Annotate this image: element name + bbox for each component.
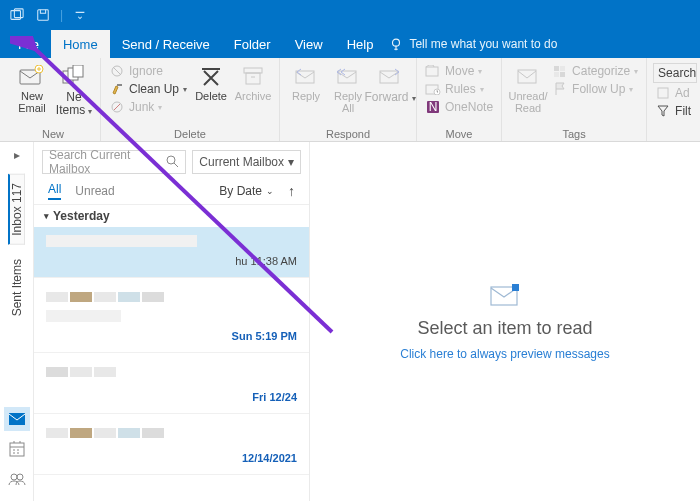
expand-nav-icon[interactable]: ▸ bbox=[0, 142, 33, 168]
nav-inbox[interactable]: Inbox 117 bbox=[8, 174, 25, 245]
group-label-respond: Respond bbox=[326, 128, 370, 140]
address-book-icon bbox=[655, 86, 671, 100]
tell-me-label: Tell me what you want to do bbox=[409, 37, 557, 51]
archive-button[interactable]: Archive bbox=[233, 61, 273, 103]
filter-unread[interactable]: Unread bbox=[75, 184, 114, 198]
message-time: Sun 5:19 PM bbox=[46, 330, 297, 342]
svg-rect-27 bbox=[658, 88, 668, 98]
forward-button[interactable]: Forward ▾ bbox=[370, 61, 410, 104]
svg-rect-10 bbox=[117, 84, 122, 86]
move-button[interactable]: Move ▾ bbox=[423, 63, 495, 79]
reply-all-button[interactable]: Reply All bbox=[328, 61, 368, 114]
tab-send-receive[interactable]: Send / Receive bbox=[110, 30, 222, 58]
sort-direction-toggle[interactable]: ↑ bbox=[288, 183, 295, 199]
message-list[interactable]: ▾ Yesterday hu 11:38 AM Sun 5:19 PM Fri … bbox=[34, 205, 309, 501]
address-book-button[interactable]: Ad bbox=[653, 85, 697, 101]
preview-messages-link[interactable]: Click here to always preview messages bbox=[400, 347, 609, 361]
message-item[interactable]: Sun 5:19 PM bbox=[34, 278, 309, 353]
search-people-field[interactable]: Search bbox=[653, 63, 697, 83]
ribbon-group-find: Search Ad Filt bbox=[647, 58, 700, 141]
envelope-icon bbox=[490, 283, 520, 310]
cleanup-icon bbox=[109, 82, 125, 96]
chevron-down-icon: ▾ bbox=[288, 155, 294, 169]
navigation-rail: ▸ Inbox 117 Sent Items bbox=[0, 142, 34, 501]
filter-icon bbox=[655, 104, 671, 118]
new-items-icon bbox=[60, 63, 88, 89]
search-scope-dropdown[interactable]: Current Mailbox ▾ bbox=[192, 150, 301, 174]
mail-module-icon[interactable] bbox=[4, 407, 30, 431]
svg-point-30 bbox=[11, 474, 17, 480]
svg-rect-16 bbox=[380, 71, 398, 83]
sort-by-date[interactable]: By Date ⌄ bbox=[219, 184, 274, 198]
svg-rect-25 bbox=[554, 72, 559, 77]
onenote-icon: N bbox=[425, 100, 441, 114]
ignore-button[interactable]: Ignore bbox=[107, 63, 189, 79]
qat-dropdown-icon[interactable] bbox=[69, 4, 91, 26]
message-time: hu 11:38 AM bbox=[46, 255, 297, 267]
cleanup-button[interactable]: Clean Up ▾ bbox=[107, 81, 189, 97]
tab-help[interactable]: Help bbox=[335, 30, 386, 58]
quick-save-icon[interactable] bbox=[32, 4, 54, 26]
svg-rect-2 bbox=[38, 10, 49, 21]
follow-up-button[interactable]: Follow Up ▾ bbox=[550, 81, 640, 97]
onenote-button[interactable]: N OneNote bbox=[423, 99, 495, 115]
tell-me-search[interactable]: Tell me what you want to do bbox=[385, 30, 569, 58]
nav-sent-items[interactable]: Sent Items bbox=[10, 251, 24, 324]
svg-rect-28 bbox=[9, 413, 25, 425]
tab-file[interactable]: File bbox=[6, 30, 51, 58]
group-label-delete: Delete bbox=[174, 128, 206, 140]
main-area: ▸ Inbox 117 Sent Items Search Current Ma… bbox=[0, 142, 700, 501]
date-group-header[interactable]: ▾ Yesterday bbox=[34, 205, 309, 227]
svg-point-3 bbox=[393, 39, 400, 46]
app-icon bbox=[6, 4, 28, 26]
svg-rect-22 bbox=[518, 70, 536, 83]
ignore-icon bbox=[109, 64, 125, 78]
reply-button[interactable]: Reply bbox=[286, 61, 326, 103]
svg-point-32 bbox=[167, 156, 175, 164]
message-item[interactable]: Fri 12/24 bbox=[34, 353, 309, 414]
message-list-pane: Search Current Mailbox Current Mailbox ▾… bbox=[34, 142, 310, 501]
svg-point-31 bbox=[17, 474, 23, 480]
unread-read-button[interactable]: Unread/ Read bbox=[508, 61, 548, 114]
filter-email-button[interactable]: Filt bbox=[653, 103, 697, 119]
search-input[interactable]: Search Current Mailbox bbox=[42, 150, 186, 174]
reading-placeholder-title: Select an item to read bbox=[417, 318, 592, 339]
message-item[interactable]: 12/14/2021 bbox=[34, 414, 309, 475]
move-icon bbox=[425, 64, 441, 78]
separator: | bbox=[60, 8, 63, 22]
forward-icon bbox=[376, 63, 404, 89]
tab-view[interactable]: View bbox=[283, 30, 335, 58]
new-email-button[interactable]: New Email bbox=[12, 61, 52, 114]
svg-rect-24 bbox=[560, 66, 565, 71]
svg-rect-26 bbox=[560, 72, 565, 77]
message-item[interactable]: hu 11:38 AM bbox=[34, 227, 309, 278]
message-time: 12/14/2021 bbox=[46, 452, 297, 464]
archive-icon bbox=[239, 63, 267, 89]
tab-home[interactable]: Home bbox=[51, 30, 110, 58]
reply-all-icon bbox=[334, 63, 362, 89]
categorize-button[interactable]: Categorize ▾ bbox=[550, 63, 640, 79]
junk-icon bbox=[109, 100, 125, 114]
redacted-subject bbox=[46, 310, 121, 322]
delete-button[interactable]: Delete bbox=[191, 61, 231, 103]
calendar-module-icon[interactable] bbox=[4, 437, 30, 461]
ribbon-group-respond: Reply Reply All Forward ▾ Respond bbox=[280, 58, 417, 141]
svg-rect-13 bbox=[246, 73, 260, 84]
filter-all[interactable]: All bbox=[48, 182, 61, 200]
search-icon[interactable] bbox=[165, 154, 181, 171]
tab-folder[interactable]: Folder bbox=[222, 30, 283, 58]
svg-rect-15 bbox=[338, 71, 356, 83]
people-module-icon[interactable] bbox=[4, 467, 30, 491]
svg-rect-34 bbox=[512, 284, 519, 291]
rules-button[interactable]: Rules ▾ bbox=[423, 81, 495, 97]
redacted-sender bbox=[46, 428, 297, 438]
group-label-tags: Tags bbox=[562, 128, 585, 140]
menu-bar: File Home Send / Receive Folder View Hel… bbox=[0, 30, 700, 58]
redacted-subject bbox=[46, 235, 197, 247]
collapse-triangle-icon: ▾ bbox=[44, 211, 49, 221]
ribbon-group-tags: Unread/ Read Categorize ▾ Follow Up ▾ Ta… bbox=[502, 58, 647, 141]
new-email-icon bbox=[18, 63, 46, 89]
new-items-button[interactable]: Ne Items ▾ bbox=[54, 61, 94, 116]
flag-icon bbox=[552, 82, 568, 96]
junk-button[interactable]: Junk ▾ bbox=[107, 99, 189, 115]
